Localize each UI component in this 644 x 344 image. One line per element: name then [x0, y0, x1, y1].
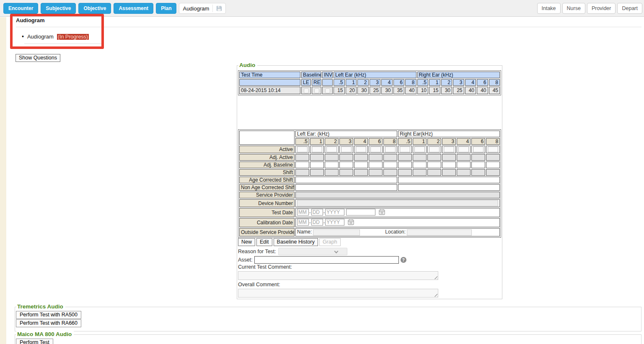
new-button[interactable]: New	[238, 238, 255, 246]
intake-button[interactable]: Intake	[537, 3, 561, 14]
grid-date-cell: --	[295, 208, 500, 217]
divider	[24, 44, 102, 44]
threshold-input[interactable]	[429, 146, 440, 152]
grid-left-ear-header: Left Ear: (kHz)	[295, 131, 397, 137]
grid-value-cell	[442, 154, 456, 161]
maico-buttons: Perform Test	[16, 339, 53, 344]
grid-row: Shift	[239, 169, 500, 176]
grid-value-cell	[413, 154, 427, 161]
form-list-item[interactable]: • Audiogram (In Progress)	[22, 33, 89, 40]
calendar-icon[interactable]	[348, 219, 354, 226]
threshold-input[interactable]	[400, 146, 410, 152]
outside-provider-location-input[interactable]	[407, 229, 472, 236]
grid-value-cell	[486, 146, 500, 153]
current-test-comment-textarea[interactable]	[238, 271, 438, 280]
form-item-label[interactable]: Audiogram	[27, 33, 54, 40]
grid-value-cell	[310, 146, 324, 153]
grid-value-cell	[442, 146, 456, 153]
edit-button[interactable]: Edit	[256, 238, 272, 246]
baseline-le-checkbox[interactable]	[304, 88, 309, 93]
grid-row-label: Test Date	[239, 208, 295, 217]
threshold-input[interactable]	[312, 146, 322, 152]
date-mm-input[interactable]	[297, 209, 309, 216]
grid-corner-cell	[239, 131, 295, 145]
calendar-icon[interactable]	[379, 209, 385, 216]
overall-comment-textarea[interactable]	[238, 289, 438, 298]
perform-test-button[interactable]: Perform Test	[16, 339, 53, 344]
threshold-input[interactable]	[385, 146, 396, 152]
baseline-header: Baseline	[301, 72, 321, 78]
freq-header-cell: 6	[393, 79, 405, 86]
perform-test-ra500-button[interactable]: Perform Test with RA500	[16, 311, 81, 319]
re-header: RE	[312, 79, 321, 86]
threshold-input[interactable]	[458, 146, 469, 152]
inv-checkbox[interactable]	[325, 88, 330, 93]
history-actions: New Edit Baseline History Graph	[238, 238, 341, 246]
grid-value-cell	[369, 146, 383, 153]
grid-freq-header-cell: 8	[383, 138, 397, 145]
grid-row: Age Corrected Shift	[239, 177, 500, 183]
threshold-value-cell: 10	[417, 87, 429, 94]
asset-label: Asset:	[238, 257, 253, 263]
outside-provider-name-input[interactable]	[313, 229, 360, 236]
grid-value-cell	[486, 154, 500, 161]
le-header: LE	[301, 79, 311, 86]
grid-value-cell	[354, 154, 368, 161]
threshold-input[interactable]	[297, 146, 308, 152]
grid-freq-header-cell: 2	[325, 138, 339, 145]
grid-date-cell: --	[295, 218, 500, 227]
perform-test-ra660-button[interactable]: Perform Test with RA660	[16, 319, 81, 327]
date-separator: -	[323, 220, 325, 225]
threshold-input[interactable]	[473, 146, 484, 152]
threshold-value-cell: 40	[477, 87, 488, 94]
grid-row-label: Active	[239, 146, 295, 153]
date-yyyy-input[interactable]	[325, 209, 344, 216]
date-separator: -	[309, 210, 311, 215]
asset-input[interactable]	[254, 256, 399, 264]
left-edge-strip	[0, 17, 6, 344]
date-mm-input[interactable]	[297, 219, 309, 226]
maico-legend: Maico MA 800 Audio	[16, 331, 74, 337]
freq-header-cell: 8	[489, 79, 500, 86]
threshold-input[interactable]	[414, 146, 425, 152]
show-questions-button[interactable]: Show Questions	[16, 54, 60, 62]
grid-row-label: Adj. Baseline	[239, 162, 295, 168]
grid-value-cell	[325, 162, 339, 168]
reason-for-test-select[interactable]	[278, 248, 347, 255]
baseline-history-button[interactable]: Baseline History	[274, 238, 318, 246]
grid-value-cell	[427, 146, 441, 153]
assessment-button[interactable]: Assessment	[114, 3, 153, 14]
date-yyyy-input[interactable]	[325, 219, 344, 226]
grid-value-cell	[471, 154, 485, 161]
help-icon[interactable]: ?	[401, 257, 406, 263]
baseline-re-checkbox[interactable]	[314, 88, 319, 93]
objective-button[interactable]: Objective	[78, 3, 111, 14]
threshold-input[interactable]	[326, 146, 337, 152]
tab-audiogram[interactable]: Audiogram	[179, 3, 226, 14]
threshold-input[interactable]	[341, 146, 352, 152]
history-data-row[interactable]: 08-24-2015 10:14 15203025303540101530254…	[239, 87, 500, 94]
threshold-input[interactable]	[444, 146, 454, 152]
grid-row: Test Date--	[239, 208, 500, 217]
baseline-le-cell	[301, 87, 311, 94]
left-ear-header: Left Ear (kHz)	[334, 72, 416, 78]
provider-button[interactable]: Provider	[587, 3, 616, 14]
grid-value-cell	[398, 146, 412, 153]
grid-value-cell	[310, 169, 324, 176]
subjective-button[interactable]: Subjective	[41, 3, 76, 14]
threshold-input[interactable]	[370, 146, 381, 152]
save-icon[interactable]	[216, 5, 222, 11]
nurse-button[interactable]: Nurse	[562, 3, 585, 14]
threshold-input[interactable]	[488, 146, 498, 152]
device-number-input[interactable]	[297, 200, 498, 206]
depart-button[interactable]: Depart	[617, 3, 642, 14]
freq-header-cell: 6	[477, 79, 488, 86]
plan-button[interactable]: Plan	[156, 3, 176, 14]
threshold-input[interactable]	[356, 146, 366, 152]
encounter-button[interactable]: Encounter	[3, 3, 38, 14]
date-separator: -	[309, 220, 311, 225]
date-extra-input[interactable]	[346, 209, 375, 216]
tremetrics-buttons: Perform Test with RA500 Perform Test wit…	[16, 311, 81, 327]
date-dd-input[interactable]	[311, 219, 323, 226]
date-dd-input[interactable]	[311, 209, 323, 216]
